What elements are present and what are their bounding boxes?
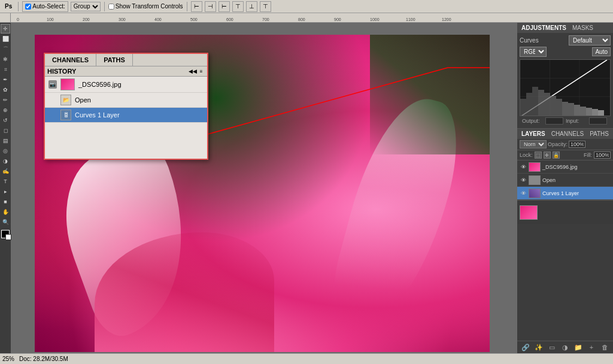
layer-style-btn[interactable]: ✨ xyxy=(535,343,543,351)
curve-preset-select[interactable]: Default Custom xyxy=(569,35,611,46)
curves-svg xyxy=(520,60,610,116)
thumb-strip-item xyxy=(520,205,538,220)
layers-tab-layers[interactable]: LAYERS xyxy=(520,130,547,138)
history-item-snapshot[interactable]: 📷 _DSC9596.jpg xyxy=(45,77,207,93)
layers-tab-channels[interactable]: CHANNELS xyxy=(550,130,585,138)
blend-mode-select[interactable]: Normal Multiply Screen xyxy=(520,140,547,148)
foreground-color[interactable] xyxy=(1,230,10,238)
layer-item-curves[interactable]: 👁 Curves 1 Layer xyxy=(517,187,613,200)
layers-tab-paths[interactable]: PATHS xyxy=(588,130,611,138)
move-tool[interactable]: ✛ xyxy=(1,24,10,34)
snapshot-icon: 📷 xyxy=(48,80,57,89)
auto-btn[interactable]: Auto xyxy=(592,47,611,56)
tab-channels[interactable]: CHANNELS xyxy=(45,54,96,66)
eye-curves[interactable]: 👁 xyxy=(520,190,527,197)
thumb-photo xyxy=(529,162,541,172)
background-color[interactable] xyxy=(5,234,11,240)
ruler-corner xyxy=(0,13,11,23)
align-right-btn[interactable]: ⊢ xyxy=(219,1,230,12)
adjustment-layer-btn[interactable]: ◑ xyxy=(561,343,569,351)
fill-input[interactable] xyxy=(594,151,611,159)
auto-select-btn[interactable]: Auto-Select: xyxy=(22,1,68,12)
align-middle-btn[interactable]: ⊥ xyxy=(246,1,257,12)
curves-arrow: ➤ xyxy=(48,112,53,119)
tab-paths[interactable]: PATHS xyxy=(96,54,133,66)
sep3 xyxy=(187,2,187,11)
dodge-tool[interactable]: ◑ xyxy=(1,156,10,166)
adjustments-panel: ADJUSTMENTS MASKS Curves Default Custom … xyxy=(517,23,613,129)
hand-tool[interactable]: ✋ xyxy=(1,207,10,217)
layer-thumb-strip xyxy=(517,200,613,224)
adj-tab-adjustments[interactable]: ADJUSTMENTS xyxy=(520,24,568,32)
open-label: Open xyxy=(75,96,91,104)
svg-rect-8 xyxy=(532,87,538,116)
path-select-tool[interactable]: ▸ xyxy=(1,187,10,196)
align-bottom-btn[interactable]: ⊤ xyxy=(260,1,271,12)
curves-chart[interactable] xyxy=(520,59,611,116)
layer-item-open[interactable]: 👁 Open xyxy=(517,174,613,187)
svg-rect-10 xyxy=(544,93,550,116)
pen-tool[interactable]: ✍ xyxy=(1,166,10,176)
svg-rect-12 xyxy=(556,99,562,116)
sep1 xyxy=(18,2,19,11)
align-top-btn[interactable]: ⊤ xyxy=(232,1,244,12)
transform-checkbox[interactable] xyxy=(108,4,114,10)
crop-tool[interactable]: ⌗ xyxy=(1,65,10,74)
eraser-tool[interactable]: ◻ xyxy=(1,126,10,135)
layer-group-btn[interactable]: 📁 xyxy=(574,343,582,351)
auto-select-checkbox[interactable] xyxy=(25,4,31,10)
eye-open[interactable]: 👁 xyxy=(520,177,527,184)
marquee-tool[interactable]: ⬜ xyxy=(1,34,10,44)
clone-tool[interactable]: ⊕ xyxy=(1,105,10,115)
history-prev-btn[interactable]: ◀◀ xyxy=(189,68,196,75)
type-tool[interactable]: T xyxy=(1,177,10,186)
history-empty-space xyxy=(45,123,207,159)
channel-select[interactable]: RGB Red Green Blue xyxy=(520,47,547,57)
ps-menu[interactable]: Ps xyxy=(2,3,14,10)
svg-rect-18 xyxy=(592,109,598,116)
layer-mask-btn[interactable]: ▭ xyxy=(548,343,556,351)
zoom-tool[interactable]: 🔍 xyxy=(1,217,10,227)
history-panel-menu[interactable]: ≡ xyxy=(198,68,205,75)
new-layer-btn[interactable]: + xyxy=(587,343,596,351)
history-content: 📷 _DSC9596.jpg 📂 Open ➤ 🎛 Curves 1 Layer xyxy=(45,77,207,159)
svg-rect-13 xyxy=(562,102,568,116)
lock-pos-btn[interactable]: ✛ xyxy=(544,151,551,159)
align-center-h-btn[interactable]: ⊣ xyxy=(205,1,216,12)
heal-tool[interactable]: ✿ xyxy=(1,85,10,95)
quick-select-tool[interactable]: ✻ xyxy=(1,54,10,64)
opacity-input[interactable] xyxy=(569,141,585,148)
input-value[interactable] xyxy=(589,117,607,125)
delete-layer-btn[interactable]: 🗑 xyxy=(600,343,609,351)
top-toolbar: Ps Auto-Select: Group Layer Show Transfo… xyxy=(0,0,613,13)
layers-lock-row: Lock: ⬚ ✛ 🔒 Fill: xyxy=(517,150,613,160)
eyedropper-tool[interactable]: ✒ xyxy=(1,75,10,84)
svg-rect-14 xyxy=(568,103,574,116)
group-select[interactable]: Group Layer xyxy=(71,2,101,11)
history-item-curves[interactable]: ➤ 🎛 Curves 1 Layer xyxy=(45,108,207,123)
svg-rect-15 xyxy=(574,105,580,116)
link-layers-btn[interactable]: 🔗 xyxy=(521,343,530,351)
eye-photo[interactable]: 👁 xyxy=(520,163,527,171)
gradient-tool[interactable]: ▤ xyxy=(1,136,10,145)
blur-tool[interactable]: ◎ xyxy=(1,146,10,156)
align-left-btn[interactable]: ⊢ xyxy=(191,1,202,12)
output-label: Output: xyxy=(522,118,543,124)
lasso-tool[interactable]: ⌒ xyxy=(1,44,10,54)
shape-tool[interactable]: ■ xyxy=(1,197,10,207)
lock-pixel-btn[interactable]: ⬚ xyxy=(535,151,542,159)
history-item-open[interactable]: 📂 Open xyxy=(45,93,207,108)
ruler-horizontal: 0 100 200 300 400 500 600 700 800 900 10… xyxy=(11,13,613,23)
adj-tab-masks[interactable]: MASKS xyxy=(570,24,595,32)
output-value[interactable] xyxy=(545,117,563,125)
layer-item-photo[interactable]: 👁 _DSC9596.jpg xyxy=(517,160,613,174)
lock-all-btn[interactable]: 🔒 xyxy=(553,151,560,159)
svg-rect-9 xyxy=(538,90,544,116)
dark-corner xyxy=(370,35,490,154)
history-brush-tool[interactable]: ↺ xyxy=(1,116,10,125)
layers-header: LAYERS CHANNELS PATHS xyxy=(517,129,613,139)
opacity-label: Opacity: xyxy=(548,141,568,147)
brush-tool[interactable]: ✏ xyxy=(1,95,10,105)
fill-label: Fill: xyxy=(584,152,592,158)
adj-curve-row: Curves Default Custom xyxy=(520,35,611,46)
